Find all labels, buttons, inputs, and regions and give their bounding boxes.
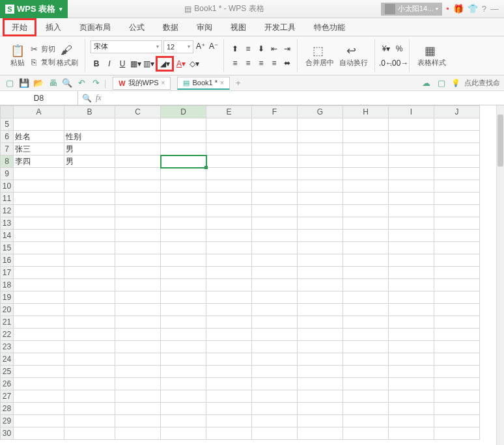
- menu-item-0[interactable]: 开始: [3, 18, 36, 36]
- gift-icon[interactable]: 🎁: [453, 4, 464, 14]
- row-header-16[interactable]: 16: [1, 254, 14, 267]
- cell-J20[interactable]: [434, 304, 480, 316]
- cell-C20[interactable]: [115, 304, 161, 316]
- increase-indent-button[interactable]: ⇥: [281, 43, 293, 55]
- cell-F26[interactable]: [252, 378, 298, 390]
- cell-E5[interactable]: [206, 118, 252, 131]
- cell-H25[interactable]: [343, 366, 389, 378]
- cell-B8[interactable]: 男: [64, 155, 115, 168]
- align-right-button[interactable]: ≡: [255, 57, 267, 69]
- cell-J8[interactable]: [434, 155, 480, 168]
- cell-A28[interactable]: [14, 403, 64, 415]
- cell-B13[interactable]: [64, 217, 115, 230]
- row-header-30[interactable]: 30: [1, 427, 14, 440]
- cell-B26[interactable]: [64, 378, 115, 390]
- cell-H13[interactable]: [343, 217, 389, 230]
- cell-I6[interactable]: [389, 131, 434, 143]
- cell-A12[interactable]: [14, 205, 64, 217]
- cell-I10[interactable]: [389, 180, 434, 193]
- cell-E25[interactable]: [206, 366, 252, 378]
- name-box[interactable]: D8: [0, 91, 78, 105]
- minimize-icon[interactable]: —: [490, 4, 499, 14]
- cell-H10[interactable]: [343, 180, 389, 193]
- cell-G6[interactable]: [298, 131, 343, 143]
- cell-J7[interactable]: [434, 143, 480, 155]
- cell-J15[interactable]: [434, 242, 480, 254]
- row-header-28[interactable]: 28: [1, 403, 14, 415]
- cell-A9[interactable]: [14, 168, 64, 180]
- cell-G29[interactable]: [298, 415, 343, 427]
- borders-button[interactable]: ▦▾: [130, 58, 141, 70]
- cell-A24[interactable]: [14, 353, 64, 366]
- save-button[interactable]: 💾: [18, 77, 30, 89]
- cell-J23[interactable]: [434, 341, 480, 353]
- copy-button[interactable]: ⎘复制: [27, 57, 57, 68]
- cell-E27[interactable]: [206, 390, 252, 403]
- cell-E13[interactable]: [206, 217, 252, 230]
- cell-H24[interactable]: [343, 353, 389, 366]
- cell-F17[interactable]: [252, 267, 298, 279]
- cell-H14[interactable]: [343, 230, 389, 242]
- select-all-corner[interactable]: [1, 106, 14, 118]
- close-icon[interactable]: ×: [161, 79, 165, 87]
- cell-C23[interactable]: [115, 341, 161, 353]
- cell-I20[interactable]: [389, 304, 434, 316]
- decrease-font-button[interactable]: A⁻: [208, 40, 219, 52]
- cell-J18[interactable]: [434, 279, 480, 291]
- cell-I22[interactable]: [389, 329, 434, 341]
- cell-G15[interactable]: [298, 242, 343, 254]
- cell-E12[interactable]: [206, 205, 252, 217]
- cell-A25[interactable]: [14, 366, 64, 378]
- cell-E14[interactable]: [206, 230, 252, 242]
- cell-H6[interactable]: [343, 131, 389, 143]
- cell-A8[interactable]: 李四: [14, 155, 64, 168]
- font-name-select[interactable]: 宋体▾: [91, 40, 162, 53]
- distribute-button[interactable]: ⬌: [281, 57, 293, 69]
- cell-I5[interactable]: [389, 118, 434, 131]
- cell-D8[interactable]: [161, 155, 206, 168]
- cell-A7[interactable]: 张三: [14, 143, 64, 155]
- cell-H18[interactable]: [343, 279, 389, 291]
- cell-C19[interactable]: [115, 291, 161, 304]
- col-header-E[interactable]: E: [206, 106, 252, 118]
- cell-G18[interactable]: [298, 279, 343, 291]
- row-header-9[interactable]: 9: [1, 168, 14, 180]
- cell-G17[interactable]: [298, 267, 343, 279]
- app-menu-button[interactable]: S WPS 表格 ▾: [0, 0, 68, 18]
- cell-styles-button[interactable]: ▥▾: [143, 58, 154, 70]
- cell-D14[interactable]: [161, 230, 206, 242]
- cell-E30[interactable]: [206, 427, 252, 440]
- cell-I24[interactable]: [389, 353, 434, 366]
- cell-F11[interactable]: [252, 193, 298, 205]
- cell-G8[interactable]: [298, 155, 343, 168]
- cell-C16[interactable]: [115, 254, 161, 267]
- cell-B17[interactable]: [64, 267, 115, 279]
- undo-button[interactable]: ↶: [76, 77, 87, 89]
- cell-H19[interactable]: [343, 291, 389, 304]
- cell-B6[interactable]: 性别: [64, 131, 115, 143]
- cell-B24[interactable]: [64, 353, 115, 366]
- cell-J30[interactable]: [434, 427, 480, 440]
- cell-J12[interactable]: [434, 205, 480, 217]
- cell-J29[interactable]: [434, 415, 480, 427]
- cell-D10[interactable]: [161, 180, 206, 193]
- justify-button[interactable]: ≡: [268, 57, 280, 69]
- cell-G14[interactable]: [298, 230, 343, 242]
- cell-I18[interactable]: [389, 279, 434, 291]
- cell-D22[interactable]: [161, 329, 206, 341]
- cell-J17[interactable]: [434, 267, 480, 279]
- vertical-scrollbar[interactable]: [496, 105, 504, 445]
- cell-H11[interactable]: [343, 193, 389, 205]
- col-header-H[interactable]: H: [343, 106, 389, 118]
- menu-item-1[interactable]: 插入: [36, 19, 70, 36]
- cell-D21[interactable]: [161, 316, 206, 329]
- cell-D9[interactable]: [161, 168, 206, 180]
- cell-I12[interactable]: [389, 205, 434, 217]
- cell-E24[interactable]: [206, 353, 252, 366]
- row-header-5[interactable]: 5: [1, 118, 14, 131]
- cloud-button[interactable]: ☁: [420, 77, 432, 89]
- menu-item-6[interactable]: 视图: [221, 19, 255, 36]
- row-header-26[interactable]: 26: [1, 378, 14, 390]
- cell-E21[interactable]: [206, 316, 252, 329]
- row-header-14[interactable]: 14: [1, 230, 14, 242]
